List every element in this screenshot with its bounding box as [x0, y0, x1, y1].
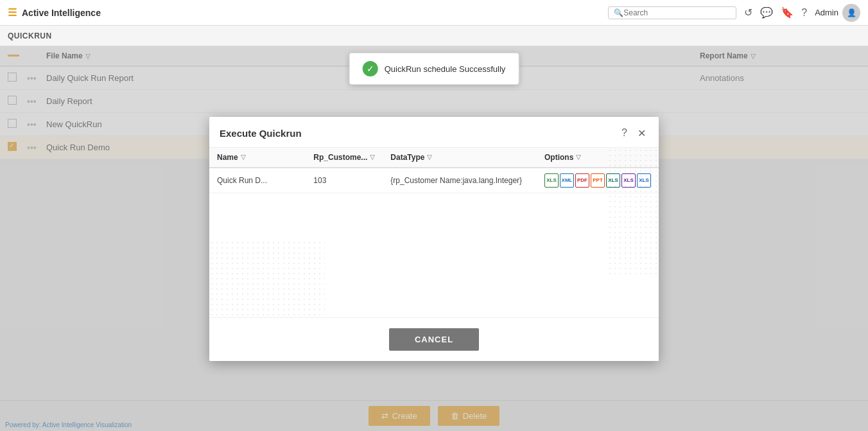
- navbar-right: 🔍 ↺ 💬 🔖 ? Admin 👤: [608, 4, 860, 22]
- name-filter-icon[interactable]: ▽: [241, 154, 246, 161]
- search-input[interactable]: [623, 8, 731, 17]
- avatar-circle: 👤: [842, 4, 860, 22]
- modal-header-actions: ? ✕: [619, 126, 648, 141]
- user-label: Admin: [815, 8, 838, 17]
- modal-header: Execute Quickrun ? ✕: [209, 117, 659, 148]
- file-icon-xml[interactable]: XML: [560, 173, 574, 188]
- modal-col-options-header: Options ▽: [537, 148, 659, 168]
- modal-title: Execute Quickrun: [220, 128, 302, 139]
- file-icon-xls4[interactable]: XLS: [637, 173, 651, 188]
- modal-row1-name: Quick Run D...: [209, 168, 306, 193]
- modal-row1-datatype: {rp_Customer Name:java.lang.Integer}: [383, 168, 537, 193]
- modal-col-name-header: Name ▽: [209, 148, 306, 168]
- subheader: QUICKRUN: [0, 26, 868, 46]
- search-box[interactable]: 🔍: [608, 6, 736, 19]
- modal-row1-options: XLS XML PDF PPT XLS XLS XLS: [537, 168, 659, 193]
- modal-body: Name ▽ Rp_Custome... ▽ D: [209, 148, 659, 317]
- toast-check-icon: ✓: [363, 61, 378, 76]
- modal-col-datatype-header: DataType ▽: [383, 148, 537, 168]
- file-icon-xls2[interactable]: XLS: [606, 173, 620, 188]
- rp-filter-icon[interactable]: ▽: [370, 154, 375, 161]
- modal-table-row: Quick Run D... 103 {rp_Customer Name:jav…: [209, 168, 659, 193]
- hamburger-icon[interactable]: ☰: [8, 6, 17, 19]
- cancel-button[interactable]: CANCEL: [389, 328, 479, 351]
- execute-quickrun-modal: Execute Quickrun ? ✕ Name ▽: [209, 117, 659, 361]
- app-title: Active Intelligence: [22, 8, 101, 18]
- chat-icon[interactable]: 💬: [760, 6, 773, 19]
- main-content: File Name ▽ Report Name ▽ ••• Daily Quic…: [0, 46, 868, 431]
- bookmark-icon[interactable]: 🔖: [781, 6, 794, 19]
- search-icon: 🔍: [614, 8, 623, 17]
- navbar: ☰ Active Intelligence 🔍 ↺ 💬 🔖 ? Admin 👤: [0, 0, 868, 26]
- file-icons: XLS XML PDF PPT XLS XLS XLS: [544, 173, 651, 188]
- file-icon-ppt[interactable]: PPT: [591, 173, 605, 188]
- file-icon-pdf[interactable]: PDF: [575, 173, 589, 188]
- modal-help-button[interactable]: ?: [619, 126, 630, 140]
- modal-table-header-row: Name ▽ Rp_Custome... ▽ D: [209, 148, 659, 168]
- modal-footer: CANCEL: [209, 317, 659, 361]
- modal-row1-rp: 103: [306, 168, 383, 193]
- datatype-filter-icon[interactable]: ▽: [427, 154, 432, 161]
- dots-pattern-bottom: [209, 240, 325, 317]
- modal-table: Name ▽ Rp_Custome... ▽ D: [209, 148, 659, 193]
- help-icon[interactable]: ?: [801, 7, 807, 19]
- section-label: QUICKRUN: [8, 31, 52, 40]
- options-filter-icon[interactable]: ▽: [576, 154, 581, 161]
- refresh-icon[interactable]: ↺: [744, 6, 752, 19]
- modal-col-rp-header: Rp_Custome... ▽: [306, 148, 383, 168]
- file-icon-xls3[interactable]: XLS: [621, 173, 636, 188]
- toast-message: QuickRun schedule Successfully: [385, 64, 506, 74]
- file-icon-xls[interactable]: XLS: [544, 173, 559, 188]
- success-toast: ✓ QuickRun schedule Successfully: [349, 53, 519, 85]
- brand: ☰ Active Intelligence: [8, 6, 101, 19]
- modal-close-button[interactable]: ✕: [635, 126, 648, 141]
- user-avatar[interactable]: Admin 👤: [815, 4, 860, 22]
